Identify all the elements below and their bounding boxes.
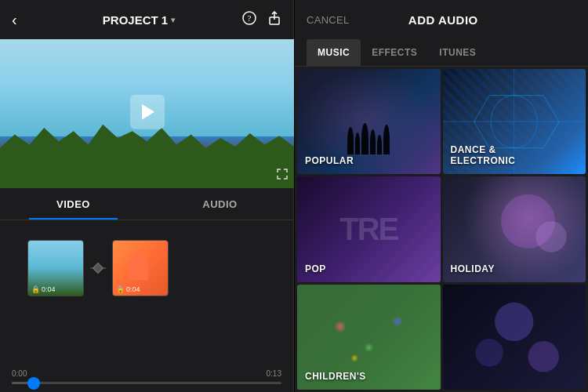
clip-row: 🔒 0:04 🔒 0:04 bbox=[27, 240, 281, 296]
silhouette-6 bbox=[383, 125, 390, 154]
progress-bar-area: 0:00 0:13 bbox=[0, 363, 293, 392]
silhouette-4 bbox=[370, 129, 376, 154]
audio-tabs: MUSIC EFFECTS ITUNES bbox=[295, 39, 588, 67]
genre-holiday[interactable]: HOLIDAY bbox=[443, 176, 586, 281]
play-triangle-icon bbox=[142, 104, 154, 120]
silhouette-5 bbox=[377, 135, 382, 154]
tab-audio[interactable]: AUDIO bbox=[147, 188, 293, 220]
genre-popular[interactable]: POPULAR bbox=[297, 69, 441, 174]
project-name: PROJECT 1 bbox=[103, 13, 168, 27]
tab-itunes[interactable]: ITUNES bbox=[428, 39, 487, 66]
svg-point-9 bbox=[495, 302, 533, 340]
clip-thumbnail-1[interactable]: 🔒 0:04 bbox=[27, 240, 84, 296]
lock-icon-2: 🔒 bbox=[116, 285, 125, 293]
right-header: CANCEL ADD AUDIO bbox=[295, 0, 588, 39]
back-button[interactable]: ‹ bbox=[12, 11, 35, 29]
clip-thumbnail-2[interactable]: 🔒 0:04 bbox=[112, 240, 169, 296]
svg-point-11 bbox=[528, 341, 558, 372]
clip-connector bbox=[90, 267, 106, 269]
add-audio-title: ADD AUDIO bbox=[408, 13, 478, 27]
tab-video[interactable]: VIDEO bbox=[0, 188, 147, 220]
share-icon[interactable] bbox=[267, 11, 281, 28]
clip-duration-1: 🔒 0:04 bbox=[31, 285, 56, 293]
time-labels: 0:00 0:13 bbox=[12, 369, 281, 378]
chevron-down-icon: ▾ bbox=[171, 16, 175, 24]
clip-duration-2: 🔒 0:04 bbox=[116, 285, 140, 293]
progress-thumb[interactable] bbox=[27, 377, 40, 390]
end-time: 0:13 bbox=[267, 369, 281, 378]
genre-dance-label: DANCE & ELECTRONIC bbox=[451, 144, 579, 166]
left-panel: ‹ PROJECT 1 ▾ ? VIDEO AUDIO bbox=[0, 0, 294, 392]
lock-icon: 🔒 bbox=[31, 285, 40, 293]
left-header: ‹ PROJECT 1 ▾ ? bbox=[0, 0, 293, 39]
genre-holiday-label: HOLIDAY bbox=[451, 263, 579, 274]
fullscreen-icon[interactable] bbox=[277, 169, 288, 182]
popular-silhouettes bbox=[297, 115, 441, 154]
genre-dance[interactable]: DANCE & ELECTRONIC bbox=[443, 69, 586, 174]
help-icon[interactable]: ? bbox=[242, 11, 256, 28]
pop-bg-text: TRE bbox=[339, 212, 397, 247]
genre-more[interactable] bbox=[443, 285, 586, 390]
play-button[interactable] bbox=[130, 95, 165, 129]
project-title-container[interactable]: PROJECT 1 ▾ bbox=[103, 13, 175, 27]
header-icons: ? bbox=[242, 11, 281, 28]
tab-music[interactable]: MUSIC bbox=[307, 39, 361, 66]
genre-popular-label: POPULAR bbox=[305, 155, 433, 166]
connector-diamond-icon bbox=[93, 263, 103, 274]
tab-effects[interactable]: EFFECTS bbox=[361, 39, 428, 66]
genre-childrens[interactable]: CHILDREN'S bbox=[297, 285, 441, 390]
svg-point-8 bbox=[535, 222, 566, 252]
svg-point-10 bbox=[475, 339, 503, 367]
genre-childrens-label: CHILDREN'S bbox=[305, 371, 433, 382]
cancel-button[interactable]: CANCEL bbox=[307, 14, 350, 26]
timeline-area: 🔒 0:04 🔒 0:04 bbox=[0, 220, 293, 363]
genre-grid: POPULAR DANCE & ELECTRONIC TRE POP bbox=[295, 67, 588, 392]
silhouette-2 bbox=[355, 132, 360, 154]
video-preview bbox=[0, 39, 294, 188]
genre-pop[interactable]: TRE POP bbox=[297, 176, 441, 281]
silhouette-3 bbox=[361, 123, 368, 154]
right-panel: CANCEL ADD AUDIO MUSIC EFFECTS ITUNES bbox=[295, 0, 588, 392]
genre-pop-label: POP bbox=[305, 263, 433, 274]
svg-text:?: ? bbox=[248, 13, 252, 23]
progress-track[interactable] bbox=[12, 382, 281, 384]
video-audio-tabs: VIDEO AUDIO bbox=[0, 188, 293, 220]
start-time: 0:00 bbox=[12, 369, 27, 378]
silhouette-1 bbox=[347, 127, 354, 154]
